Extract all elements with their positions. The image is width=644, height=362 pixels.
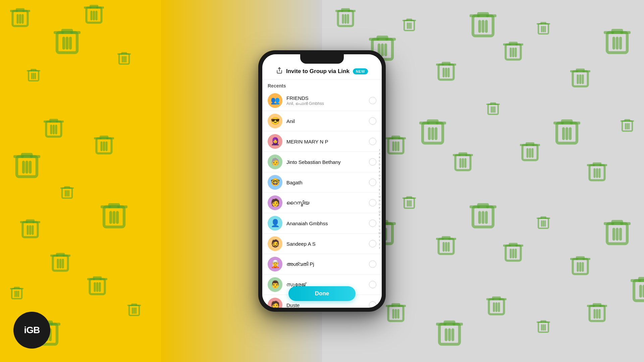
alpha-letter[interactable]: J (379, 185, 380, 188)
contact-info: Anil (286, 118, 369, 124)
contact-radio[interactable] (369, 220, 376, 227)
contact-info: Ananaiah Gmbhss (286, 221, 369, 226)
contact-radio[interactable] (369, 199, 376, 206)
alpha-letter[interactable]: U (379, 225, 381, 228)
contact-radio[interactable] (369, 281, 376, 288)
contact-sub: Anil, പൊൻ Gmbhss (286, 101, 369, 106)
alpha-letter[interactable]: T (379, 221, 381, 225)
igb-logo: iGB (13, 312, 50, 349)
alpha-letter[interactable]: L (379, 192, 380, 195)
alpha-letter[interactable]: X (379, 235, 381, 239)
alpha-letter[interactable]: G (379, 174, 381, 177)
alphabet-index[interactable]: #ABCDEFGHIJKLMNOPQRSTUVWXYZ# (378, 148, 381, 250)
contact-name: റൈസ്മിയ (286, 200, 369, 206)
contact-radio[interactable] (369, 240, 376, 247)
contact-radio[interactable] (369, 158, 376, 166)
alpha-letter[interactable]: # (379, 148, 380, 152)
background-left (0, 0, 174, 362)
alpha-letter[interactable]: M (379, 195, 381, 199)
contact-avatar: 😎 (268, 114, 282, 128)
alpha-letter[interactable]: D (379, 163, 381, 167)
alpha-letter[interactable]: O (379, 203, 381, 206)
contact-info: റൈസ്മിയ (286, 200, 369, 206)
contact-radio[interactable] (369, 260, 376, 268)
done-button-label: Done (315, 290, 329, 297)
contact-name: Duste (286, 302, 369, 308)
contact-radio[interactable] (369, 138, 376, 145)
contact-item[interactable]: 😎Anil (262, 111, 382, 131)
contact-radio[interactable] (369, 301, 376, 308)
alpha-letter[interactable]: P (379, 206, 381, 210)
alpha-letter[interactable]: E (379, 167, 381, 170)
alpha-letter[interactable]: Q (379, 210, 381, 214)
contact-info: അശ്വതി Pj (286, 261, 369, 267)
alpha-letter[interactable]: Y (379, 239, 381, 243)
contact-avatar: 👥 (268, 93, 282, 108)
new-badge: NEW (353, 68, 368, 74)
alpha-letter[interactable]: H (379, 177, 381, 181)
phone-wrapper: Invite to Group via Link NEW Recents 👥FR… (258, 50, 386, 312)
contact-radio[interactable] (369, 117, 376, 125)
contact-radio[interactable] (369, 179, 376, 186)
alpha-letter[interactable]: I (379, 181, 380, 185)
contact-name: Anil (286, 118, 369, 124)
contact-name: Jinto Sebastian Bethany (286, 159, 369, 165)
contact-name: അശ്വതി Pj (286, 261, 369, 267)
phone-frame: Invite to Group via Link NEW Recents 👥FR… (258, 50, 386, 312)
phone-screen: Invite to Group via Link NEW Recents 👥FR… (262, 54, 382, 308)
contact-info: Jinto Sebastian Bethany (286, 159, 369, 165)
alpha-letter[interactable]: W (378, 232, 381, 235)
contact-list[interactable]: 👥FRIENDSAnil, പൊൻ Gmbhss😎Anil🧕MERIN MARY… (262, 90, 382, 308)
alpha-letter[interactable]: C (379, 159, 381, 163)
recents-label: Recents (262, 80, 382, 90)
contact-avatar: 👨 (268, 277, 282, 292)
contact-item[interactable]: 🧑റൈസ്മിയ (262, 193, 382, 213)
alpha-letter[interactable]: # (379, 246, 380, 250)
contact-avatar: 🧝 (268, 257, 282, 272)
contact-avatar: 🧑 (268, 298, 282, 308)
contact-avatar: 🤓 (268, 175, 282, 190)
app-content: Invite to Group via Link NEW Recents 👥FR… (262, 54, 382, 308)
phone-notch (300, 54, 344, 64)
contact-info: FRIENDSAnil, പൊൻ Gmbhss (286, 95, 369, 106)
alpha-letter[interactable]: F (379, 170, 381, 174)
contact-name: Sandeep A S (286, 241, 369, 247)
done-button[interactable]: Done (288, 286, 356, 301)
contact-item[interactable]: 🧓Jinto Sebastian Bethany (262, 152, 382, 172)
contact-name: Ananaiah Gmbhss (286, 221, 369, 226)
contact-info: Duste (286, 302, 369, 308)
contact-name: Bagath (286, 180, 369, 185)
contact-radio[interactable] (369, 97, 376, 104)
contact-item[interactable]: 🧝അശ്വതി Pj (262, 254, 382, 275)
igb-logo-text: iGB (24, 325, 40, 336)
contact-avatar: 🧑 (268, 195, 282, 210)
contact-info: Sandeep A S (286, 241, 369, 247)
alpha-letter[interactable]: N (379, 199, 381, 203)
alpha-letter[interactable]: A (379, 152, 381, 156)
contact-avatar: 🧕 (268, 134, 282, 149)
contact-name: FRIENDS (286, 95, 369, 101)
contact-item[interactable]: 👤Ananaiah Gmbhss (262, 213, 382, 234)
contact-name: MERIN MARY N P (286, 139, 369, 144)
contact-avatar: 🧓 (268, 155, 282, 169)
alpha-letter[interactable]: S (379, 217, 381, 221)
alpha-letter[interactable]: K (379, 188, 381, 192)
contact-item[interactable]: 🧕MERIN MARY N P (262, 131, 382, 152)
header-title: Invite to Group via Link (286, 68, 350, 75)
alpha-letter[interactable]: V (379, 228, 381, 232)
contact-info: MERIN MARY N P (286, 139, 369, 144)
alpha-letter[interactable]: R (379, 214, 381, 217)
alpha-letter[interactable]: B (379, 156, 381, 159)
contact-avatar: 👤 (268, 216, 282, 231)
contact-item[interactable]: 🧔Sandeep A S (262, 234, 382, 254)
share-icon (276, 67, 283, 75)
contact-item[interactable]: 🤓Bagath (262, 172, 382, 193)
contact-info: Bagath (286, 180, 369, 185)
contact-item[interactable]: 👥FRIENDSAnil, പൊൻ Gmbhss (262, 90, 382, 111)
contact-avatar: 🧔 (268, 236, 282, 251)
alpha-letter[interactable]: Z (379, 243, 381, 246)
